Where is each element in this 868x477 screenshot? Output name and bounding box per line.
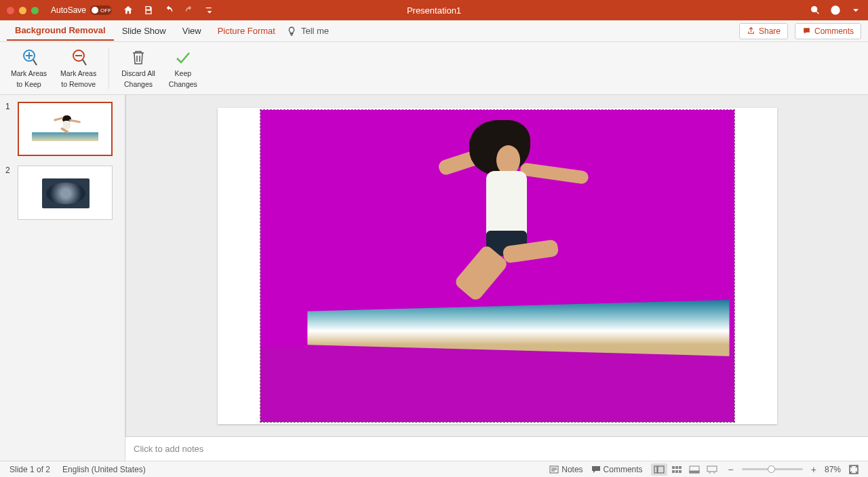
titlebar: AutoSave OFF Presentation1 — [0, 0, 868, 20]
normal-view-button[interactable] — [651, 463, 667, 476]
home-icon[interactable] — [123, 5, 134, 16]
svg-rect-23 — [690, 471, 699, 473]
undo-icon[interactable] — [163, 5, 174, 16]
zoom-in-button[interactable]: + — [811, 464, 816, 475]
svg-point-3 — [833, 9, 834, 9]
search-icon[interactable] — [810, 5, 821, 16]
svg-point-4 — [836, 9, 837, 9]
tab-picture-format[interactable]: Picture Format — [210, 22, 283, 40]
window-controls — [7, 7, 39, 14]
zoom-percentage[interactable]: 87% — [825, 465, 841, 474]
ribbon: Mark Areas to Keep Mark Areas to Remove … — [0, 42, 868, 95]
comment-icon — [591, 465, 601, 474]
slide-number: 1 — [5, 102, 14, 156]
background-removal-preview — [260, 110, 734, 422]
comments-button[interactable]: Comments — [795, 23, 861, 39]
slide-sorter-view-button[interactable] — [669, 463, 685, 476]
comments-toggle[interactable]: Comments — [591, 465, 643, 474]
notes-pane[interactable]: Click to add notes — [125, 436, 868, 461]
keep-changes-button[interactable]: Keep Changes — [165, 45, 201, 91]
svg-rect-17 — [675, 466, 678, 469]
svg-rect-24 — [707, 466, 717, 472]
account-icon[interactable] — [830, 5, 841, 16]
notes-toggle[interactable]: Notes — [549, 465, 583, 474]
mark-areas-to-remove-button[interactable]: Mark Areas to Remove — [56, 45, 100, 91]
svg-rect-16 — [672, 466, 675, 469]
thumbnail-preview[interactable] — [18, 166, 113, 220]
tab-background-removal[interactable]: Background Removal — [7, 21, 114, 41]
autosave-switch[interactable]: OFF — [90, 5, 112, 15]
ribbon-separator — [108, 48, 109, 89]
share-icon — [747, 26, 755, 35]
svg-rect-20 — [675, 470, 678, 473]
chevron-down-icon[interactable] — [850, 5, 861, 16]
share-button[interactable]: Share — [739, 23, 788, 39]
checkmark-icon — [173, 48, 193, 67]
autosave-toggle[interactable]: AutoSave OFF — [51, 5, 112, 15]
trash-icon — [128, 48, 149, 67]
document-title: Presentation1 — [407, 5, 461, 16]
slide-thumbnail-2[interactable]: 2 — [5, 166, 119, 220]
share-label: Share — [759, 26, 781, 36]
svg-rect-21 — [679, 470, 682, 473]
svg-rect-18 — [679, 466, 682, 469]
tab-view[interactable]: View — [174, 22, 210, 40]
svg-rect-15 — [658, 466, 664, 473]
fit-to-window-button[interactable] — [849, 465, 859, 474]
autosave-state: OFF — [100, 7, 111, 14]
discard-all-changes-button[interactable]: Discard All Changes — [117, 45, 159, 91]
comment-icon — [802, 26, 811, 35]
notes-icon — [549, 465, 559, 474]
view-mode-buttons — [651, 463, 720, 476]
svg-line-1 — [816, 12, 818, 14]
quick-access-toolbar — [123, 5, 215, 16]
mark-areas-to-keep-button[interactable]: Mark Areas to Keep — [7, 45, 51, 91]
picture-selection[interactable] — [260, 109, 735, 423]
minimize-window-button[interactable] — [19, 7, 26, 14]
autosave-label: AutoSave — [51, 5, 86, 15]
redo-icon[interactable] — [184, 5, 195, 16]
comments-label: Comments — [814, 26, 854, 36]
svg-rect-14 — [654, 466, 657, 473]
svg-point-2 — [831, 6, 840, 14]
language-status[interactable]: English (United States) — [62, 465, 146, 474]
save-icon[interactable] — [143, 5, 154, 16]
close-window-button[interactable] — [7, 7, 14, 14]
slide-thumbnail-1[interactable]: 1 — [5, 102, 119, 156]
svg-rect-19 — [672, 470, 675, 473]
work-area: 1 2 — [0, 95, 868, 461]
tell-me-search[interactable]: Tell me — [286, 26, 329, 37]
slide-counter[interactable]: Slide 1 of 2 — [9, 465, 50, 474]
mark-remove-icon — [68, 48, 89, 67]
slide-canvas-area[interactable] — [125, 95, 868, 436]
tell-me-label: Tell me — [301, 26, 329, 36]
slideshow-view-button[interactable] — [704, 463, 720, 476]
qat-dropdown-icon[interactable] — [204, 5, 215, 16]
thumbnail-preview[interactable] — [18, 102, 113, 156]
slide-number: 2 — [5, 166, 14, 220]
slide[interactable] — [218, 108, 777, 424]
zoom-out-button[interactable]: − — [728, 464, 734, 475]
slide-thumbnails-panel[interactable]: 1 2 — [0, 95, 125, 461]
mark-keep-icon — [19, 48, 39, 67]
ribbon-tabs: Background Removal Slide Show View Pictu… — [0, 20, 868, 42]
lightbulb-icon — [286, 26, 297, 37]
reading-view-button[interactable] — [686, 463, 703, 476]
maximize-window-button[interactable] — [31, 7, 39, 14]
notes-placeholder: Click to add notes — [134, 444, 203, 454]
zoom-slider[interactable] — [742, 468, 803, 470]
editor-area: Click to add notes — [125, 95, 868, 461]
tab-slide-show[interactable]: Slide Show — [114, 22, 174, 40]
svg-point-0 — [812, 7, 817, 12]
status-bar: Slide 1 of 2 English (United States) Not… — [0, 461, 868, 477]
zoom-slider-thumb[interactable] — [768, 465, 775, 473]
